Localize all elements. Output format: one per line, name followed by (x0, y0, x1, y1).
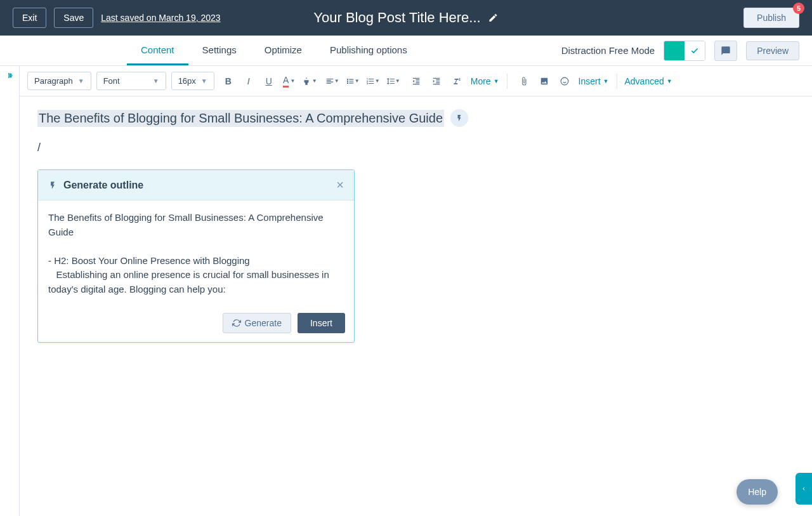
publish-wrapper: Publish 5 (743, 8, 799, 28)
notification-badge: 5 (793, 3, 804, 14)
expand-sidebar-button[interactable] (0, 66, 20, 516)
text-color-button[interactable]: A▼ (280, 72, 298, 90)
indent-button[interactable] (428, 72, 445, 90)
svg-point-2 (347, 82, 348, 83)
help-button[interactable]: Help (737, 479, 778, 505)
editor-toolbar: Paragraph▼ Font▼ 16px▼ B I U A▼ ▼ ▼ ▼ (20, 66, 812, 96)
separator (507, 74, 508, 89)
advanced-label: Advanced (625, 76, 664, 86)
heading-row: The Benefits of Blogging for Small Busin… (37, 109, 794, 127)
more-label: More (471, 76, 491, 86)
format-buttons: B I U A▼ ▼ (219, 72, 318, 90)
highlight-button[interactable]: ▼ (301, 72, 318, 90)
insert-button[interactable]: Insert (298, 313, 345, 333)
image-icon[interactable] (535, 72, 553, 90)
size-dropdown[interactable]: 16px▼ (171, 72, 214, 90)
insert-dropdown[interactable]: Insert▼ (579, 76, 609, 86)
title-group: Your Blog Post Title Here... (313, 10, 498, 26)
publish-button[interactable]: Publish (743, 8, 799, 28)
bolt-icon[interactable] (450, 109, 468, 127)
tab-right-controls: Distraction Free Mode Preview (561, 41, 799, 61)
align-button[interactable]: ▼ (324, 72, 341, 90)
generate-label: Generate (245, 318, 282, 328)
paragraph-label: Paragraph (34, 76, 73, 86)
slash-command[interactable]: / (37, 141, 794, 154)
align-buttons: ▼ ▼ ▼ ▼ (324, 72, 402, 90)
save-button[interactable]: Save (54, 8, 93, 28)
svg-point-1 (347, 80, 348, 81)
page-title: Your Blog Post Title Here... (313, 10, 480, 26)
outline-h2-desc: Establishing an online presence is cruci… (48, 268, 344, 296)
comment-icon-button[interactable] (714, 41, 737, 61)
outline-title: Generate outline (63, 180, 143, 191)
svg-point-3 (561, 77, 568, 85)
numbered-list-button[interactable]: ▼ (364, 72, 382, 90)
outline-body: The Benefits of Blogging for Small Busin… (38, 201, 354, 307)
italic-button[interactable]: I (240, 72, 258, 90)
tab-publishing[interactable]: Publishing options (316, 36, 421, 65)
outline-actions: Generate Insert (38, 307, 354, 342)
tab-content[interactable]: Content (127, 36, 188, 65)
tab-settings[interactable]: Settings (188, 36, 251, 65)
clear-format-button[interactable] (448, 72, 466, 90)
bullet-list-button[interactable]: ▼ (344, 72, 362, 90)
toggle-off-segment[interactable] (684, 41, 705, 60)
font-dropdown[interactable]: Font▼ (96, 72, 166, 90)
separator (617, 74, 617, 89)
line-height-button[interactable]: ▼ (384, 72, 402, 90)
top-bar: Exit Save Last saved on March 19, 2023 Y… (0, 0, 812, 36)
pencil-icon[interactable] (488, 13, 499, 23)
font-label: Font (103, 76, 120, 86)
distraction-free-label: Distraction Free Mode (561, 45, 655, 56)
outline-header: Generate outline × (38, 170, 354, 201)
bolt-icon (48, 181, 57, 190)
underline-button[interactable]: U (260, 72, 278, 90)
size-label: 16px (178, 76, 196, 86)
tab-bar: Content Settings Optimize Publishing opt… (0, 36, 812, 66)
outline-header-left: Generate outline (48, 180, 143, 191)
more-dropdown[interactable]: More▼ (471, 76, 499, 86)
outline-h2-line: - H2: Boost Your Online Presence with Bl… (48, 254, 344, 268)
exit-button[interactable]: Exit (13, 8, 46, 28)
tabs-group: Content Settings Optimize Publishing opt… (127, 36, 421, 65)
toggle-on-segment[interactable] (664, 41, 684, 60)
generate-outline-card: Generate outline × The Benefits of Blogg… (37, 169, 355, 343)
top-right-group: Publish 5 (743, 8, 799, 28)
outdent-button[interactable] (407, 72, 425, 90)
paragraph-dropdown[interactable]: Paragraph▼ (27, 72, 91, 90)
distraction-free-toggle[interactable] (664, 41, 705, 61)
post-heading[interactable]: The Benefits of Blogging for Small Busin… (37, 110, 444, 127)
generate-button[interactable]: Generate (223, 313, 291, 333)
bold-button[interactable]: B (219, 72, 237, 90)
emoji-icon[interactable] (556, 72, 573, 90)
insert-icons (515, 72, 573, 90)
top-left-group: Exit Save Last saved on March 19, 2023 (13, 8, 221, 28)
last-saved-link[interactable]: Last saved on March 19, 2023 (101, 13, 220, 23)
editor-content[interactable]: The Benefits of Blogging for Small Busin… (20, 96, 812, 516)
preview-button[interactable]: Preview (746, 41, 799, 60)
tab-optimize[interactable]: Optimize (251, 36, 316, 65)
insert-label: Insert (579, 76, 601, 86)
advanced-dropdown[interactable]: Advanced▼ (625, 76, 672, 86)
outline-body-title: The Benefits of Blogging for Small Busin… (48, 211, 344, 239)
indent-buttons (407, 72, 466, 90)
close-icon[interactable]: × (336, 178, 344, 192)
attachment-icon[interactable] (515, 72, 533, 90)
drawer-toggle[interactable] (796, 473, 812, 505)
svg-point-0 (347, 78, 348, 79)
